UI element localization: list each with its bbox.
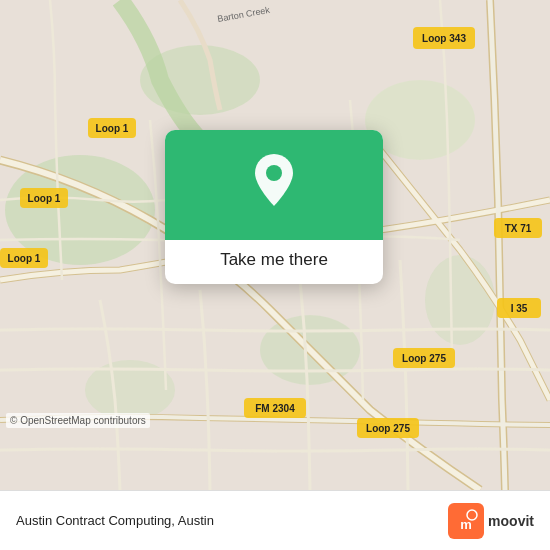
svg-text:Loop 1: Loop 1 (28, 193, 61, 204)
svg-point-6 (425, 255, 495, 345)
location-label: Austin Contract Computing, Austin (16, 513, 214, 528)
svg-text:Loop 275: Loop 275 (402, 353, 446, 364)
svg-text:Loop 1: Loop 1 (96, 123, 129, 134)
location-info: Austin Contract Computing, Austin (16, 513, 214, 528)
svg-text:Loop 275: Loop 275 (366, 423, 410, 434)
moovit-text: moovit (488, 513, 534, 529)
bottom-bar: Austin Contract Computing, Austin m moov… (0, 490, 550, 550)
svg-text:Loop 343: Loop 343 (422, 33, 466, 44)
location-popup: Take me there (165, 130, 383, 284)
location-pin-icon (248, 154, 300, 216)
popup-button-area[interactable]: Take me there (165, 240, 383, 284)
moovit-logo-svg: m (448, 503, 484, 539)
popup-header (165, 130, 383, 240)
map-attribution: © OpenStreetMap contributors (6, 413, 150, 428)
svg-text:FM 2304: FM 2304 (255, 403, 295, 414)
svg-point-29 (467, 510, 477, 520)
svg-text:TX 71: TX 71 (505, 223, 532, 234)
map-container: Loop 343 Loop 1 Loop 1 Loop 1 TX 71 I 35… (0, 0, 550, 490)
svg-point-26 (266, 165, 282, 181)
svg-text:Loop 1: Loop 1 (8, 253, 41, 264)
take-me-there-button[interactable]: Take me there (220, 250, 328, 270)
svg-text:I 35: I 35 (511, 303, 528, 314)
moovit-logo: m moovit (448, 503, 534, 539)
